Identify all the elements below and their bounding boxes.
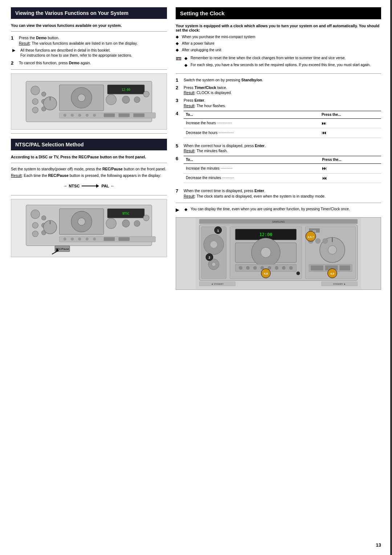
clock-step-6: 6 To... Press the... Increase the minute… bbox=[176, 156, 381, 186]
svg-text:NTSC: NTSC bbox=[122, 212, 130, 215]
reminder-bullet-1: ◆ Remember to reset the time when the cl… bbox=[184, 56, 371, 61]
bullet-diamond-3: ◆ bbox=[176, 48, 180, 52]
page-container: GB Viewing the Various Functions on Your… bbox=[0, 0, 392, 555]
right-border bbox=[390, 0, 392, 555]
page-number: 13 bbox=[376, 542, 381, 548]
hours-table: To... Press the... Increase the hours ··… bbox=[184, 111, 381, 138]
clock-step-1-content: Switch the system on by pressing Standby… bbox=[184, 77, 381, 83]
svg-rect-49 bbox=[104, 237, 115, 241]
svg-point-15 bbox=[143, 91, 149, 97]
svg-point-79 bbox=[282, 266, 286, 270]
viewing-functions-title: Viewing the Various Functions on Your Sy… bbox=[15, 10, 128, 16]
clock-step-4-num: 4 bbox=[176, 111, 182, 116]
decrease-minutes-label: Decrease the minutes ············ bbox=[184, 173, 320, 183]
ntsc-section-header: NTSC/PAL Selection Method bbox=[11, 139, 167, 150]
increase-hours-btn: ⏭ bbox=[319, 118, 381, 128]
minutes-table-row-1: Increase the minutes ············ ⏭ bbox=[184, 164, 381, 174]
svg-point-40 bbox=[122, 220, 130, 227]
clock-step-7-content: When the correct time is displayed, pres… bbox=[184, 188, 381, 199]
bullet-1: ◆ When you purchase the mini-compact sys… bbox=[176, 35, 381, 40]
svg-point-19 bbox=[78, 114, 81, 117]
setting-clock-title: Setting the Clock bbox=[180, 10, 225, 16]
svg-point-78 bbox=[275, 266, 278, 270]
bullet-2: ◆ After a power failure bbox=[176, 41, 381, 46]
pal-label: PAL bbox=[101, 184, 109, 188]
increase-minutes-label: Increase the minutes ············ bbox=[184, 164, 320, 174]
clock-step-3: 3 Press Enter. Result: The hour flashes. bbox=[176, 98, 381, 108]
flow-arrowhead bbox=[96, 184, 99, 188]
clock-stereo-svg: SAMSUNG 12:00 bbox=[176, 218, 381, 289]
svg-point-80 bbox=[289, 266, 293, 270]
svg-point-45 bbox=[71, 238, 74, 240]
svg-rect-50 bbox=[119, 237, 130, 241]
step-2-number: 2 bbox=[11, 60, 17, 66]
svg-rect-24 bbox=[133, 114, 144, 117]
step-1-row: 1 Press the Demo button. Result: The var… bbox=[11, 35, 167, 46]
minutes-table-row-2: Decrease the minutes ············ ⏮ bbox=[184, 173, 381, 183]
final-note-row: ▶ ◆ You can display the time, even when … bbox=[176, 207, 381, 214]
svg-rect-93 bbox=[339, 266, 350, 271]
svg-text:SAMSUNG: SAMSUNG bbox=[272, 220, 285, 223]
device-image-2: NTSC REC/Pause bbox=[11, 199, 167, 257]
hours-table-row-1: Increase the hours ··············· ⏭ bbox=[184, 118, 381, 128]
svg-point-42 bbox=[143, 215, 149, 221]
setting-clock-header: Setting the Clock bbox=[176, 7, 381, 19]
stereo-svg-2: NTSC REC/Pause bbox=[11, 199, 167, 257]
svg-rect-23 bbox=[119, 114, 130, 117]
cassette-icon: 📼 bbox=[176, 56, 182, 61]
reminder-content: ◆ Remember to reset the time when the cl… bbox=[184, 56, 371, 70]
svg-text:4,6: 4,6 bbox=[330, 272, 335, 275]
final-note-content: ◆ You can display the time, even when yo… bbox=[184, 207, 350, 214]
reminder-note: 📼 ◆ Remember to reset the time when the … bbox=[176, 56, 381, 70]
flow-arrow bbox=[82, 184, 99, 188]
increase-minutes-btn: ⏭ bbox=[320, 164, 381, 174]
bullet-text-2: After a power failure bbox=[182, 41, 215, 46]
bullet-diamond-2: ◆ bbox=[176, 41, 180, 46]
svg-text:STANDBY ►: STANDBY ► bbox=[333, 283, 346, 285]
svg-point-12 bbox=[106, 94, 117, 105]
bullet-diamond-1: ◆ bbox=[176, 35, 180, 39]
minutes-col2-header: Press the... bbox=[320, 156, 381, 164]
svg-point-83 bbox=[328, 246, 337, 254]
svg-point-63 bbox=[210, 241, 217, 248]
ntsc-label: NTSC bbox=[69, 184, 79, 188]
svg-point-33 bbox=[32, 231, 38, 237]
svg-text:EQ: EQ bbox=[313, 230, 316, 232]
svg-point-34 bbox=[42, 216, 46, 220]
clock-step-5: 5 When the correct hour is displayed, pr… bbox=[176, 143, 381, 154]
svg-point-4 bbox=[31, 86, 40, 95]
svg-text:4,6: 4,6 bbox=[264, 272, 268, 275]
clock-step-6-content: To... Press the... Increase the minutes … bbox=[184, 156, 381, 186]
final-note-arrow: ▶ bbox=[176, 207, 182, 212]
svg-point-5 bbox=[32, 99, 38, 105]
hours-col1-header: To... bbox=[184, 111, 319, 118]
step-2-row: 2 To cancel this function, press Demo ag… bbox=[11, 60, 167, 66]
clock-step-1-num: 1 bbox=[176, 77, 182, 83]
right-column: Setting the Clock Your system is equippe… bbox=[176, 7, 381, 290]
svg-point-18 bbox=[71, 114, 74, 117]
svg-point-13 bbox=[122, 96, 130, 104]
decrease-hours-label: Decrease the hours ··············· bbox=[184, 128, 319, 138]
stereo-svg-1: 12:00 bbox=[11, 74, 167, 129]
step-1-content: Press the Demo button. Result: The vario… bbox=[19, 35, 167, 46]
svg-point-30 bbox=[78, 218, 85, 225]
clock-step-3-num: 3 bbox=[176, 98, 182, 103]
flow-line bbox=[82, 186, 96, 186]
clock-step-1: 1 Switch the system on by pressing Stand… bbox=[176, 77, 381, 83]
clock-step-5-num: 5 bbox=[176, 143, 182, 149]
hours-table-row-2: Decrease the hours ··············· ⏮ bbox=[184, 128, 381, 138]
svg-point-7 bbox=[41, 92, 46, 96]
svg-point-89 bbox=[323, 238, 328, 243]
svg-point-48 bbox=[93, 238, 96, 240]
increase-hours-label: Increase the hours ··············· bbox=[184, 118, 319, 128]
clock-step-7-num: 7 bbox=[176, 188, 182, 194]
clock-step-4-content: To... Press the... Increase the hours ··… bbox=[184, 111, 381, 141]
svg-point-75 bbox=[253, 266, 257, 270]
device-image-1: 12:00 bbox=[11, 73, 167, 130]
ntsc-result-text: Result: Each time the REC/Pause button i… bbox=[11, 173, 167, 178]
left-column: Viewing the Various Functions on Your Sy… bbox=[11, 7, 167, 290]
decrease-minutes-btn: ⏮ bbox=[320, 173, 381, 183]
svg-point-3 bbox=[78, 94, 85, 101]
result-label-1: Result bbox=[19, 41, 30, 45]
svg-point-47 bbox=[86, 238, 89, 240]
